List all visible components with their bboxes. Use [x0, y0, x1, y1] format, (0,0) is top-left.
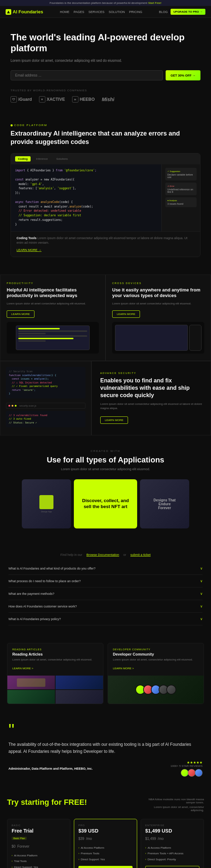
security-visual: // Security Scan function scanVulnerabil…: [0, 361, 91, 435]
cross-devices-learn-more[interactable]: LEARN MORE: [112, 310, 140, 318]
security-code-block-2: // 3 vulnerabilities found // 3 auto-fix…: [6, 411, 85, 428]
faq-submit-ticket-link[interactable]: submit a ticket: [130, 553, 151, 557]
faq-question-4[interactable]: How does Al Foundaries customer service …: [8, 604, 203, 608]
use-types-title: Use for all types of Applications: [8, 455, 203, 465]
hero-form: GET 30% OFF →: [11, 70, 200, 80]
plan-price-free: $0 Forever: [12, 842, 66, 849]
dev-community-link[interactable]: LEARN MORE >: [113, 667, 134, 670]
security-content: ADVANCE SECURITY Enables you to find and…: [91, 361, 211, 435]
faq-item-2[interactable]: What process do I need to follow to plac…: [8, 575, 203, 587]
reading-articles-tag: Reading Articles: [12, 648, 98, 651]
dev-community-header: Developer Community Developer Community …: [108, 643, 204, 676]
code-learn-more[interactable]: LEARN MORE →: [17, 248, 41, 252]
pricing-sub-note: Lorem ipsum dolor sit amet, consectetur …: [141, 805, 204, 812]
nav-pages[interactable]: PAGES: [73, 10, 84, 14]
reading-articles-link[interactable]: LEARN MORE >: [12, 667, 33, 670]
plan-tag2-free: Basic Plan: [12, 837, 27, 840]
security-desc: Lorem ipsum dolor sit amet consectetur a…: [100, 402, 202, 410]
logo-icon: [6, 9, 11, 15]
faq-item-5[interactable]: What is Al Foundaries privacy policy?: [8, 613, 203, 625]
productivity-learn-more[interactable]: LEARN MORE: [7, 310, 34, 318]
nav-home[interactable]: HOME: [60, 10, 69, 14]
hero-title: The world's leading AI-powered develop p…: [11, 32, 200, 54]
plan-price-pro: $39 /mo: [78, 834, 133, 842]
plan-price-enterprise: $1,499 /mo: [145, 834, 199, 842]
app-card-3: Designs ThatEndureForever: [140, 479, 189, 528]
faq-question-1[interactable]: What is Al Foundaries and what kind of p…: [8, 566, 203, 570]
nav-logo[interactable]: Al Foundaries: [6, 9, 43, 15]
nav-blog[interactable]: BLOG: [159, 10, 168, 14]
pricing-heading: Try starting for FREE!: [7, 798, 87, 807]
faq-question-2[interactable]: What process do I need to follow to plac…: [8, 579, 203, 583]
tab-solutions[interactable]: Solutions: [53, 156, 71, 162]
article-img-4: [56, 690, 103, 704]
app-card-1-image: Design App: [22, 479, 71, 528]
nav-solution[interactable]: SOLUTION: [109, 10, 125, 14]
free-feature-1: Al Access Platform: [12, 853, 66, 859]
tab-coding[interactable]: Coding: [15, 156, 31, 162]
faq-question-3[interactable]: What are the payment methods?: [8, 592, 203, 596]
pricing-card-pro: PRO $39 USD $39 /mo Al Access Platform P…: [74, 819, 137, 868]
use-types-section: CREATED WITH Use for all types of Applic…: [0, 435, 211, 542]
reading-articles-desc: Lorem ipsum dolor sit amet, consectetur …: [12, 658, 98, 662]
testimonial-author: Administrador, Data Platform and Platfor…: [8, 761, 203, 777]
productivity-tag: PRODUCTIVITY: [7, 282, 99, 284]
hero-section: The world's leading AI-powered develop p…: [0, 18, 211, 113]
cross-devices-title: Use it easily anywhere and anytime from …: [112, 287, 204, 299]
author-name: Administrador, Data Platform and Platfor…: [8, 767, 93, 770]
cross-devices-tag: CROSS DEVICES: [112, 282, 204, 284]
code-content-area: import { AIFoundaries } from '@foundarie…: [11, 164, 200, 231]
nav-services[interactable]: SERVICES: [89, 10, 104, 14]
faq-question-5[interactable]: What is Al Foundaries privacy policy?: [8, 617, 203, 621]
hero-cta-button[interactable]: GET 30% OFF →: [166, 70, 200, 80]
app-card-2: Discover, collect, and sell the best NFT…: [74, 479, 137, 528]
plan-name-pro: $39 USD: [78, 828, 133, 834]
enterprise-feature-1: Al Access Platform: [145, 845, 199, 851]
enterprise-feature-2: Premium Tools + API Access: [145, 851, 199, 856]
pro-plan-button[interactable]: LEARN MORE: [78, 866, 133, 868]
app-card-1: Design App: [22, 479, 71, 528]
logo-heebo: H HEEBO: [72, 96, 95, 103]
plan-tag-enterprise: ENTERPRISE: [145, 824, 199, 827]
cross-devices-visual: [112, 322, 204, 354]
security-learn-more[interactable]: LEARN MORE: [100, 416, 128, 424]
app-card-2-title: Discover, collect, and sell the best NFT…: [79, 498, 132, 510]
code-section-title: Extraordinary Al intelligence that can a…: [11, 130, 200, 146]
productivity-desc: Lorem ipsum dolor sit amet consectetur a…: [7, 302, 99, 306]
reading-articles-images: [7, 676, 103, 704]
cross-devices-desc: Lorem ipsum dolor sit amet consectetur a…: [112, 302, 204, 306]
use-types-desc: Lorem ipsum dolor sit amet consectetur a…: [8, 467, 203, 471]
faq-item-1[interactable]: What is Al Foundaries and what kind of p…: [8, 562, 203, 575]
pricing-side-note: NBA follow molestie nunc non blandit mas…: [141, 798, 204, 804]
sidebar-suggestion-1: ✓ Suggestion Declare variable before use: [165, 168, 197, 180]
hero-email-input[interactable]: [11, 70, 163, 80]
nav-upgrade-cta[interactable]: UPGRADE TO PRO →: [171, 9, 205, 15]
svg-marker-0: [7, 11, 10, 13]
iguard-icon: 🛡: [11, 96, 17, 103]
reading-articles-header: Reading Articles Reading Articles Lorem …: [7, 643, 103, 676]
navigation: Al Foundaries HOME PAGES SERVICES SOLUTI…: [0, 6, 211, 18]
reviewer-3: [195, 769, 203, 777]
tab-inference[interactable]: Inference: [33, 156, 51, 162]
sidebar-suggestion-2: ⚠ Error Undefined reference on line 8: [165, 183, 197, 195]
faq-browse-docs-link[interactable]: Browse Documentation: [87, 553, 119, 557]
app-cards: Design App Discover, collect, and sell t…: [8, 479, 203, 528]
use-types-subtag: CREATED WITH: [8, 449, 203, 453]
reviewer-2: [188, 769, 196, 777]
testimonial-quote: The availability of out-of-the-box integ…: [8, 741, 203, 755]
plan-features-pro: Al Access Platform Premium Tools Direct …: [78, 845, 133, 862]
top-banner: Foundaries is the documentation platform…: [0, 0, 211, 6]
code-tabs: Coding Inference Solutions: [11, 153, 200, 164]
free-feature-3: Direct Support: Yes: [12, 864, 66, 868]
faq-item-3[interactable]: What are the payment methods?: [8, 587, 203, 600]
nav-pricing[interactable]: PRICING: [129, 10, 142, 14]
faq-item-4[interactable]: How does Al Foundaries customer service …: [8, 600, 203, 613]
trusted-label: TRUSTED BY WORLD-RENOWNED COMPANIES: [11, 89, 200, 92]
productivity-visual: [7, 322, 99, 354]
logo-mishi: Mishi: [102, 97, 114, 102]
testimonial-section: " The availability of out-of-the-box int…: [0, 711, 211, 787]
plan-features-enterprise: Al Access Platform Premium Tools + API A…: [145, 845, 199, 862]
plan-name-enterprise: $1,499 USD: [145, 828, 199, 834]
enterprise-plan-button[interactable]: LEARN MORE: [145, 866, 199, 868]
people-circles: [135, 685, 176, 695]
